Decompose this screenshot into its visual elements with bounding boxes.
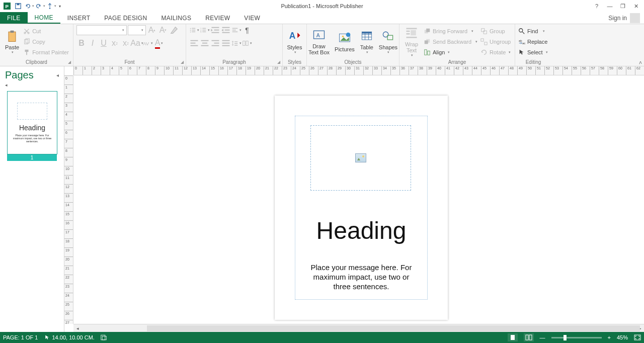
horizontal-ruler[interactable]: 0123456789101112131415161718192021222324… — [73, 66, 644, 75]
zoom-pct[interactable]: 45% — [617, 334, 628, 340]
scroll-thumb[interactable] — [147, 325, 640, 331]
tab-insert[interactable]: INSERT — [60, 12, 98, 24]
align-left-icon[interactable] — [189, 38, 199, 48]
justify-icon[interactable] — [221, 38, 231, 48]
pictures-button[interactable]: Pictures — [333, 30, 357, 53]
status-page-size-icon[interactable] — [101, 334, 109, 340]
svg-rect-5 — [9, 32, 16, 41]
subscript-icon[interactable]: x2 — [110, 38, 120, 48]
undo-icon[interactable]: ▾ — [24, 1, 34, 11]
fit-page-icon[interactable] — [634, 334, 641, 340]
svg-rect-46 — [222, 45, 230, 46]
numbering-icon[interactable]: 123▾ — [200, 25, 210, 35]
tab-view[interactable]: VIEW — [237, 12, 267, 24]
line-spacing-icon[interactable]: ▾ — [231, 38, 242, 48]
svg-text:P: P — [6, 4, 9, 9]
page[interactable]: Heading Place your message here. For max… — [275, 96, 448, 320]
superscript-icon[interactable]: x2 — [121, 38, 131, 48]
clear-formatting-icon[interactable] — [169, 25, 179, 35]
ltr-icon[interactable]: ▾ — [231, 25, 242, 35]
bold-icon[interactable]: B — [76, 38, 87, 48]
group-button[interactable]: Group — [480, 26, 511, 36]
view-single-icon[interactable] — [508, 333, 518, 341]
collapse-ribbon-icon[interactable]: ʌ — [639, 59, 642, 65]
zoom-out-button[interactable]: — — [540, 334, 545, 340]
underline-icon[interactable]: U — [99, 38, 109, 48]
svg-rect-88 — [526, 335, 528, 340]
svg-rect-68 — [411, 30, 416, 36]
font-launcher-icon[interactable]: ◢ — [180, 60, 185, 65]
restore-button[interactable]: ❐ — [617, 1, 629, 11]
draw-text-box-button[interactable]: ADraw Text Box — [306, 27, 332, 56]
canvas-area: 0123456789101112131415161718192021222324… — [64, 66, 644, 332]
rotate-button[interactable]: Rotate▾ — [480, 47, 511, 57]
replace-button[interactable]: abacReplace — [518, 37, 548, 47]
copy-button[interactable]: Copy — [23, 37, 69, 47]
tab-mailings[interactable]: MAILINGS — [154, 12, 198, 24]
app-icon[interactable]: P — [2, 1, 12, 11]
signin-area[interactable]: Sign in — [608, 12, 644, 24]
tab-page-design[interactable]: PAGE DESIGN — [97, 12, 154, 24]
bullets-icon[interactable]: ▾ — [189, 25, 199, 35]
page-thumbnail[interactable]: Heading Place your message here. For max… — [7, 91, 57, 161]
find-button[interactable]: Find▾ — [518, 26, 548, 36]
status-page[interactable]: PAGE: 1 OF 1 — [3, 334, 38, 340]
ungroup-button[interactable]: Ungroup — [480, 37, 511, 47]
redo-icon[interactable]: ▾ — [35, 1, 45, 11]
tab-file[interactable]: FILE — [0, 12, 28, 24]
tab-review[interactable]: REVIEW — [198, 12, 237, 24]
cut-button[interactable]: Cut — [23, 26, 69, 36]
font-family-select[interactable]: ▾ — [76, 25, 127, 35]
wrap-text-button[interactable]: Wrap Text▾ — [403, 25, 421, 58]
clipboard-launcher-icon[interactable]: ◢ — [67, 60, 72, 65]
view-two-page-icon[interactable] — [524, 333, 534, 341]
tab-home[interactable]: HOME — [28, 12, 60, 24]
paragraph-launcher-icon[interactable]: ◢ — [276, 60, 281, 65]
pilcrow-icon[interactable]: ¶ — [242, 25, 252, 35]
save-icon[interactable] — [13, 1, 23, 11]
horizontal-scrollbar[interactable]: ◂ ▸ — [73, 324, 644, 332]
zoom-knob[interactable] — [564, 335, 567, 340]
doc-heading[interactable]: Heading — [295, 217, 427, 244]
table-button[interactable]: Table▾ — [358, 28, 376, 55]
shrink-font-icon[interactable]: A▾ — [158, 25, 168, 35]
change-case-icon[interactable]: Aa▾ — [132, 38, 142, 48]
shapes-button[interactable]: Shapes▾ — [377, 28, 399, 55]
canvas[interactable]: Heading Place your message here. For max… — [73, 75, 644, 324]
svg-rect-77 — [481, 29, 485, 32]
doc-body[interactable]: Place your message here. For maximum imp… — [310, 263, 412, 291]
zoom-in-button[interactable]: + — [608, 334, 611, 340]
minimize-button[interactable]: — — [604, 1, 616, 11]
font-size-select[interactable]: ▾ — [128, 25, 146, 35]
font-color-icon[interactable]: A▾ — [154, 38, 164, 48]
align-center-icon[interactable] — [200, 38, 210, 48]
vertical-ruler[interactable]: 0123456789101112131415161718192021222324… — [64, 75, 73, 324]
svg-rect-11 — [25, 50, 29, 52]
format-painter-button[interactable]: Format Painter — [23, 47, 69, 57]
decrease-indent-icon[interactable] — [210, 25, 220, 35]
columns-icon[interactable]: ▾ — [242, 38, 252, 48]
bring-forward-button[interactable]: Bring Forward▾ — [424, 26, 477, 36]
content-frame[interactable]: Heading Place your message here. For max… — [295, 116, 428, 300]
pages-prev-icon[interactable]: ◂ — [0, 82, 64, 88]
grow-font-icon[interactable]: A▴ — [147, 25, 157, 35]
svg-text:A: A — [289, 31, 295, 41]
italic-icon[interactable]: I — [88, 38, 98, 48]
increase-indent-icon[interactable] — [221, 25, 231, 35]
help-button[interactable]: ? — [591, 1, 603, 11]
zoom-slider[interactable] — [551, 337, 602, 338]
qat-customize-icon[interactable]: ▾ — [57, 1, 62, 11]
svg-rect-12 — [26, 52, 27, 55]
char-spacing-icon[interactable]: AV▾ — [143, 38, 153, 48]
align-button[interactable]: Align▾ — [424, 47, 477, 57]
send-backward-button[interactable]: Send Backward▾ — [424, 37, 477, 47]
scroll-left-icon[interactable]: ◂ — [73, 326, 82, 331]
paste-button[interactable]: Paste ▾ — [3, 28, 21, 55]
touch-mode-icon[interactable]: ▾ — [46, 1, 56, 11]
pages-collapse-icon[interactable]: ◂ — [56, 72, 59, 78]
select-button[interactable]: Select▾ — [518, 47, 548, 57]
align-right-icon[interactable] — [210, 38, 220, 48]
styles-button[interactable]: A Styles▾ — [285, 28, 304, 55]
picture-placeholder[interactable] — [310, 125, 411, 191]
close-button[interactable]: ✕ — [630, 1, 642, 11]
